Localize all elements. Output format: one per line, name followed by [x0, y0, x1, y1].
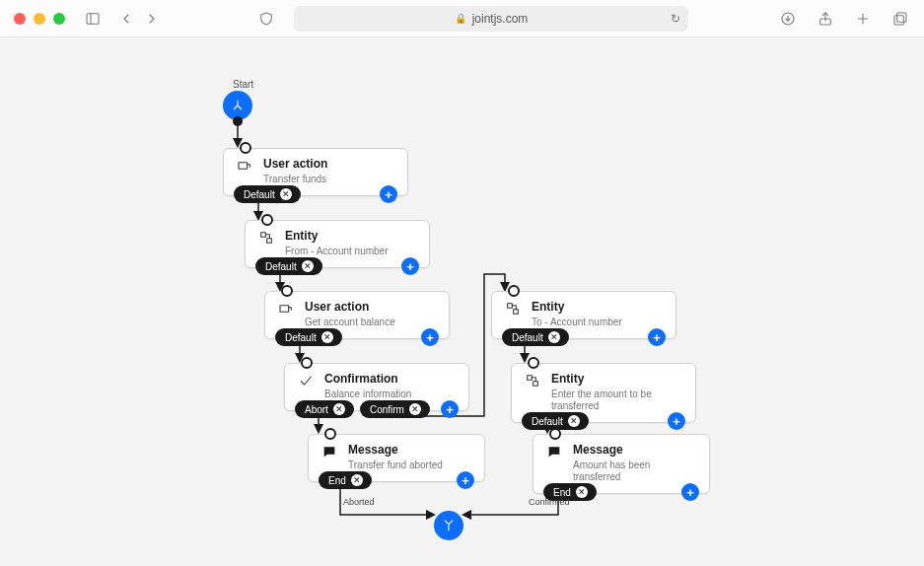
node-title: Message [348, 443, 443, 458]
node-out-row: Default✕ + [512, 412, 695, 430]
node-out-row: Abort✕ Confirm✕ + [285, 400, 468, 418]
zoom-window-button[interactable] [53, 13, 65, 25]
node-in-port[interactable] [261, 214, 273, 226]
node-out-row: Default✕ + [224, 185, 407, 203]
reload-icon[interactable]: ↻ [671, 12, 680, 26]
node-subtitle: From - Account number [285, 246, 388, 257]
out-pill-default[interactable]: Default✕ [234, 185, 301, 203]
add-out-icon[interactable]: + [421, 328, 439, 346]
node-in-port[interactable] [549, 428, 561, 440]
node-out-row: Default✕ + [265, 328, 449, 346]
close-window-button[interactable] [14, 13, 26, 25]
svg-rect-12 [280, 306, 289, 313]
node-in-port[interactable] [528, 357, 539, 369]
message-icon [320, 443, 338, 460]
svg-rect-16 [533, 382, 538, 387]
node-out-row: Default✕ + [492, 328, 675, 346]
remove-out-icon[interactable]: ✕ [548, 331, 560, 343]
node-entity-amount[interactable]: Entity Enter the amount to be transferre… [511, 363, 696, 423]
remove-out-icon[interactable]: ✕ [568, 415, 580, 427]
node-subtitle: Transfer fund aborted [348, 460, 443, 471]
out-label: Default [244, 189, 275, 200]
node-in-port[interactable] [240, 142, 251, 154]
node-user-action-transfer[interactable]: User action Transfer funds Default✕ + [223, 148, 408, 196]
node-user-action-balance[interactable]: User action Get account balance Default✕… [264, 291, 450, 339]
address-bar[interactable]: 🔒 jointjs.com ↻ [294, 6, 688, 32]
remove-out-icon[interactable]: ✕ [280, 188, 292, 200]
out-pill-abort[interactable]: Abort✕ [295, 400, 354, 418]
node-subtitle: Enter the amount to be transferred [551, 389, 683, 412]
out-label: Default [285, 332, 317, 343]
edge-label-aborted: Aborted [343, 497, 375, 507]
node-subtitle: Get account balance [305, 317, 395, 328]
add-out-icon[interactable]: + [457, 471, 474, 489]
entity-icon [524, 372, 541, 389]
node-title: User action [263, 157, 327, 172]
out-pill-default[interactable]: Default✕ [502, 328, 569, 346]
out-label: Default [512, 332, 543, 343]
remove-out-icon[interactable]: ✕ [576, 486, 588, 498]
svg-rect-8 [894, 15, 903, 24]
node-message-transferred[interactable]: Message Amount has been transferred End✕… [533, 434, 710, 494]
node-title: Entity [285, 229, 388, 244]
entity-icon [504, 300, 522, 318]
node-in-port[interactable] [281, 285, 293, 297]
back-button[interactable] [116, 9, 136, 29]
share-icon[interactable] [816, 9, 835, 29]
remove-out-icon[interactable]: ✕ [333, 403, 345, 415]
node-message-aborted[interactable]: Message Transfer fund aborted End✕ + [308, 434, 485, 482]
add-out-icon[interactable]: + [681, 483, 699, 501]
out-pill-default[interactable]: Default✕ [255, 257, 322, 275]
out-label: Confirm [370, 404, 404, 415]
out-pill-end[interactable]: End✕ [319, 471, 372, 489]
out-label: End [328, 475, 346, 486]
tabs-icon[interactable] [890, 9, 910, 29]
out-label: Abort [305, 404, 328, 415]
lock-icon: 🔒 [455, 13, 466, 24]
message-icon [545, 443, 563, 460]
node-subtitle: To - Account number [532, 317, 622, 328]
node-title: Entity [532, 300, 622, 315]
node-subtitle: Balance information [324, 389, 411, 400]
add-out-icon[interactable]: + [441, 400, 459, 418]
remove-out-icon[interactable]: ✕ [351, 474, 363, 486]
out-label: Default [532, 416, 563, 427]
out-label: End [553, 487, 571, 498]
remove-out-icon[interactable]: ✕ [321, 331, 333, 343]
sidebar-icon[interactable] [83, 9, 103, 29]
node-entity-to[interactable]: Entity To - Account number Default✕ + [491, 291, 676, 339]
out-label: Default [265, 261, 297, 272]
start-node[interactable] [223, 91, 252, 120]
diagram-canvas[interactable]: Start User action Transfer funds Default… [0, 37, 924, 566]
node-title: Entity [551, 372, 683, 387]
add-out-icon[interactable]: + [668, 412, 685, 430]
remove-out-icon[interactable]: ✕ [409, 403, 421, 415]
out-pill-default[interactable]: Default✕ [275, 328, 342, 346]
node-title: Message [573, 443, 697, 458]
svg-rect-10 [261, 233, 266, 238]
downloads-icon[interactable] [778, 9, 798, 29]
node-entity-from[interactable]: Entity From - Account number Default✕ + [245, 220, 430, 268]
forward-button[interactable] [142, 9, 162, 29]
shield-icon[interactable] [256, 9, 276, 29]
add-out-icon[interactable]: + [648, 328, 666, 346]
node-in-port[interactable] [324, 428, 336, 440]
node-in-port[interactable] [508, 285, 520, 297]
node-in-port[interactable] [301, 357, 313, 369]
browser-toolbar: 🔒 jointjs.com ↻ [0, 0, 924, 37]
start-out-port[interactable] [233, 116, 243, 126]
node-out-row: Default✕ + [246, 257, 429, 275]
add-out-icon[interactable]: + [380, 185, 397, 203]
node-confirmation[interactable]: Confirmation Balance information Abort✕ … [284, 363, 469, 411]
out-pill-confirm[interactable]: Confirm✕ [360, 400, 430, 418]
new-tab-icon[interactable] [853, 9, 873, 29]
node-title: User action [305, 300, 395, 315]
node-title: Confirmation [324, 372, 411, 387]
window-controls [14, 13, 65, 25]
add-out-icon[interactable]: + [401, 257, 419, 275]
end-node[interactable] [434, 511, 463, 540]
svg-rect-9 [239, 163, 248, 170]
remove-out-icon[interactable]: ✕ [302, 260, 314, 272]
svg-rect-14 [514, 310, 519, 315]
minimize-window-button[interactable] [34, 13, 45, 25]
